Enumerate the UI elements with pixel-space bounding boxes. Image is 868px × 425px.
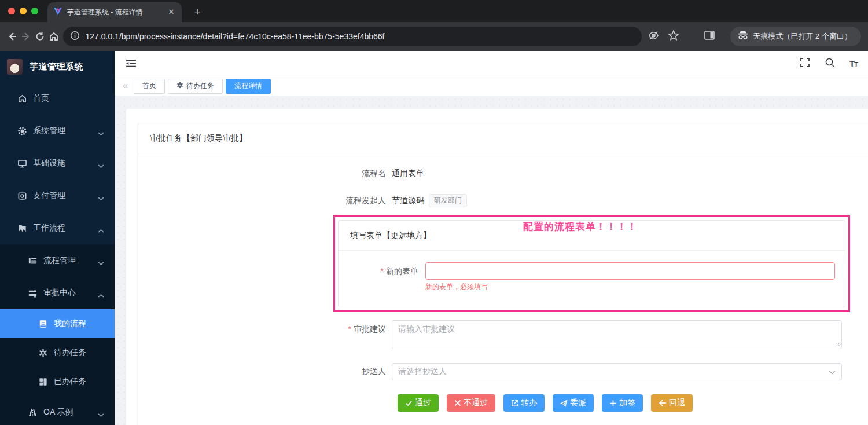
reload-icon[interactable] [35,28,45,45]
tab-todo-tasks[interactable]: 待办任务 [168,79,223,94]
sidebar-item-oa-example[interactable]: OA 示例 [0,396,115,425]
cc-label: 抄送人 [138,367,392,377]
grid-icon [38,377,48,387]
window-controls[interactable] [0,0,47,22]
sidebar-item-payment[interactable]: 支付管理 [0,179,115,212]
sidebar-item-home[interactable]: 首页 [0,82,115,115]
browser-toolbar: 127.0.0.1/bpm/process-instance/detail?id… [0,22,868,51]
sidebar-item-process-mgmt[interactable]: 流程管理 [0,244,115,277]
sidebar-item-done-tasks[interactable]: 已办任务 [0,367,115,396]
cc-placeholder: 请选择抄送人 [398,367,829,377]
required-asterisk: * [348,324,351,334]
reject-button[interactable]: 不通过 [447,394,495,412]
approval-task-card: 审批任务【部门领导审批】 流程名 通用表单 流程发起人 芋道源码 研发部门 配置… [138,123,868,425]
tracking-protection-icon[interactable] [648,30,660,44]
sidebar-item-infra[interactable]: 基础设施 [0,147,115,179]
app-logo-avatar [7,59,23,75]
department-tag: 研发部门 [429,194,467,207]
transfer-button[interactable]: 转办 [503,394,545,412]
card-title: 审批任务【部门领导审批】 [138,123,868,153]
close-window-button[interactable] [8,8,15,14]
action-buttons: 通过 不通过 转办 委派 [398,394,868,412]
chevron-down-icon [98,258,104,268]
return-button[interactable]: 回退 [651,394,693,412]
payment-icon [17,191,27,201]
sidebar-item-label: 我的流程 [54,318,86,329]
chevron-down-icon [98,410,104,419]
chevron-down-icon [98,161,104,170]
delegate-button[interactable]: 委派 [553,394,594,412]
font-size-icon[interactable]: TT [849,58,858,68]
tab-label: 待办任务 [186,81,214,91]
side-panel-icon[interactable] [704,30,715,43]
fullscreen-icon[interactable] [800,57,810,70]
sidebar-item-label: 审批中心 [43,288,76,298]
cog-icon [38,348,48,358]
approve-comment-textarea[interactable] [392,320,842,349]
sidebar: 芋道管理系统 首页 系统管理 基础设施 支付管理 工作流程 [0,51,115,425]
monitor-icon [17,159,27,168]
tab-process-detail[interactable]: 流程详情 [226,79,271,94]
add-sign-button[interactable]: 加签 [602,394,643,412]
tab-label: 流程详情 [234,81,262,91]
sidebar-item-label: 待办任务 [54,347,86,358]
minimize-window-button[interactable] [20,8,27,14]
form-annotation: 配置的流程表单！！！！ [523,220,638,233]
address-bar[interactable]: 127.0.0.1/bpm/process-instance/detail?id… [63,27,642,46]
chevron-up-icon [98,291,104,300]
bookmark-star-icon[interactable] [668,30,679,43]
workflow-icon [17,224,27,233]
sidebar-item-approval-center[interactable]: 审批中心 [0,277,115,309]
scroll-left-icon[interactable]: « [123,80,128,91]
sidebar-item-system[interactable]: 系统管理 [0,115,115,147]
browser-tab-title: 芋道管理系统 - 流程详情 [67,8,162,17]
process-list-icon [28,256,38,266]
browser-tab[interactable]: 芋道管理系统 - 流程详情 ✕ [47,2,182,22]
logo-row[interactable]: 芋道管理系统 [0,51,115,82]
forward-icon[interactable] [21,28,31,45]
cc-select[interactable]: 请选择抄送人 [392,363,842,380]
process-name-value: 通用表单 [392,168,424,179]
main-area: TT « 首页 待办任务 流程详情 审批任务【部门领导审批】 流程名 通用表单 [115,51,868,425]
url-text[interactable]: 127.0.0.1/bpm/process-instance/detail?id… [86,32,385,41]
search-icon[interactable] [825,57,835,70]
sidebar-item-label: 系统管理 [33,126,65,136]
incognito-label: 无痕模式（已打开 2 个窗口） [753,31,852,42]
sidebar-item-label: OA 示例 [43,407,73,417]
sidebar-item-my-process[interactable]: 我的流程 [0,309,115,338]
home-icon[interactable] [49,28,59,45]
page-content: 审批任务【部门领导审批】 流程名 通用表单 流程发起人 芋道源码 研发部门 配置… [115,96,868,425]
browser-chrome: 芋道管理系统 - 流程详情 ✕ + 127.0.0.1/bpm/process-… [0,0,868,51]
sidebar-item-todo-tasks[interactable]: 待办任务 [0,338,115,367]
sidebar-item-label: 工作流程 [33,223,65,233]
app-header: TT [115,51,868,76]
chevron-up-icon [98,226,104,235]
app-title: 芋道管理系统 [30,61,83,72]
new-form-input[interactable] [425,262,835,280]
chevron-down-icon [98,129,104,138]
workflow-submenu: 流程管理 审批中心 我的流程 待办任务 已办任务 [0,244,115,425]
required-asterisk: * [381,266,384,276]
sidebar-item-workflow[interactable]: 工作流程 [0,212,115,244]
process-name-label: 流程名 [138,168,392,179]
site-info-icon[interactable] [70,31,80,43]
approval-icon [28,288,38,298]
sidebar-item-label: 首页 [33,93,49,104]
browser-tab-strip: 芋道管理系统 - 流程详情 ✕ + [0,0,868,22]
menu-fold-icon[interactable] [125,57,138,70]
chevron-down-icon [98,193,104,203]
resize-handle-icon[interactable] [836,339,841,349]
incognito-icon [737,30,749,43]
validation-error-message: 新的表单，必须填写 [425,282,835,292]
cog-icon [176,82,183,90]
tab-home[interactable]: 首页 [134,79,165,94]
approve-button[interactable]: 通过 [398,394,439,412]
back-icon[interactable] [7,28,17,45]
maximize-window-button[interactable] [31,8,38,14]
sidebar-item-label: 已办任务 [54,376,86,387]
gear-icon [17,126,27,136]
close-tab-icon[interactable]: ✕ [167,8,176,17]
new-form-field-label: *新的表单 [350,262,425,280]
incognito-badge[interactable]: 无痕模式（已打开 2 个窗口） [730,27,861,46]
new-tab-button[interactable]: + [190,6,205,19]
